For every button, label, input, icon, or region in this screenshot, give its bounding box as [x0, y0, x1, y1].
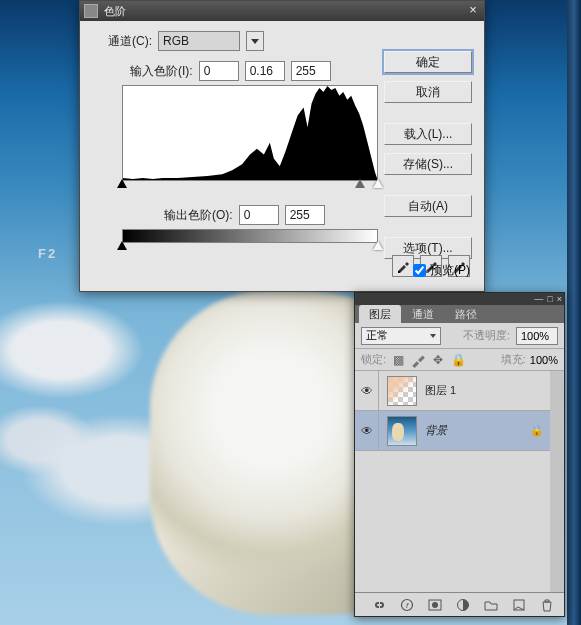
adjustment-layer-icon[interactable] — [456, 598, 470, 612]
panel-tabs: 图层 通道 路径 — [355, 305, 564, 323]
input-slider-track[interactable] — [122, 181, 378, 191]
visibility-eye-icon[interactable]: 👁 — [355, 371, 379, 410]
channel-select[interactable] — [158, 31, 264, 51]
layer-thumbnail[interactable] — [387, 376, 417, 406]
tab-layers[interactable]: 图层 — [359, 305, 401, 323]
close-icon[interactable]: × — [466, 4, 480, 18]
canvas-right-edge — [567, 0, 581, 625]
lock-icon: 🔒 — [530, 424, 544, 437]
input-gamma-handle[interactable] — [355, 179, 365, 188]
fill-label: 填充: — [501, 352, 526, 367]
preview-checkbox[interactable] — [413, 264, 426, 277]
lock-brush-icon[interactable] — [410, 352, 426, 368]
layers-panel: — □ × 图层 通道 路径 正常 不透明度: 100% 锁定: ▩ ✥ 🔒 填… — [354, 292, 565, 617]
preview-row: 预览(P) — [413, 262, 470, 279]
opacity-label: 不透明度: — [463, 328, 510, 343]
svg-point-6 — [432, 602, 438, 608]
dialog-icon — [84, 4, 98, 18]
auto-button[interactable]: 自动(A) — [384, 195, 472, 217]
output-levels-label: 输出色阶(O): — [164, 207, 233, 224]
layer-style-icon[interactable]: f — [400, 598, 414, 612]
output-slider-track[interactable] — [122, 243, 378, 255]
layers-list: 👁 图层 1 👁 背景 🔒 — [355, 371, 564, 592]
layer-row[interactable]: 👁 图层 1 — [355, 371, 550, 411]
channel-value[interactable] — [158, 31, 240, 51]
tab-paths[interactable]: 路径 — [445, 305, 487, 323]
panel-options-row: 正常 不透明度: 100% — [355, 323, 564, 349]
dialog-title: 色阶 — [104, 4, 126, 19]
eyedropper-black-icon[interactable] — [392, 255, 414, 277]
channel-label: 通道(C): — [108, 33, 152, 50]
chevron-down-icon[interactable] — [246, 31, 264, 51]
fill-field[interactable]: 100% — [530, 354, 558, 366]
panel-lock-row: 锁定: ▩ ✥ 🔒 填充: 100% — [355, 349, 564, 371]
layer-name[interactable]: 背景 — [425, 423, 447, 438]
save-button[interactable]: 存储(S)... — [384, 153, 472, 175]
tab-channels[interactable]: 通道 — [402, 305, 444, 323]
dialog-button-column: 确定 取消 载入(L)... 存储(S)... 自动(A) 选项(T)... — [384, 51, 472, 259]
lock-move-icon[interactable]: ✥ — [430, 352, 446, 368]
output-gradient — [122, 229, 378, 243]
histogram — [122, 85, 378, 181]
output-black-field[interactable] — [239, 205, 279, 225]
panel-minimize-icon[interactable]: — — [534, 294, 543, 304]
input-black-handle[interactable] — [117, 179, 127, 188]
input-white-field[interactable] — [291, 61, 331, 81]
load-button[interactable]: 载入(L)... — [384, 123, 472, 145]
panel-footer: f — [355, 592, 564, 616]
layer-mask-icon[interactable] — [428, 598, 442, 612]
opacity-value: 100% — [521, 330, 549, 342]
lock-label: 锁定: — [361, 352, 386, 367]
layer-group-icon[interactable] — [484, 598, 498, 612]
input-gamma-field[interactable] — [245, 61, 285, 81]
delete-layer-icon[interactable] — [540, 598, 554, 612]
layer-thumbnail[interactable] — [387, 416, 417, 446]
svg-point-0 — [398, 271, 400, 273]
opacity-field[interactable]: 100% — [516, 327, 558, 345]
new-layer-icon[interactable] — [512, 598, 526, 612]
layer-row[interactable]: 👁 背景 🔒 — [355, 411, 550, 451]
panel-maximize-icon[interactable]: □ — [547, 294, 552, 304]
link-layers-icon[interactable] — [372, 598, 386, 612]
panel-window-bar[interactable]: — □ × — [355, 293, 564, 305]
layer-name[interactable]: 图层 1 — [425, 383, 456, 398]
output-black-handle[interactable] — [117, 241, 127, 250]
input-white-handle[interactable] — [373, 179, 383, 188]
panel-close-icon[interactable]: × — [557, 294, 562, 304]
input-black-field[interactable] — [199, 61, 239, 81]
canvas-logo-text: F2 — [38, 246, 57, 261]
levels-dialog: 色阶 × 通道(C): 输入色阶(I): 输出色阶( — [79, 0, 485, 292]
ok-button[interactable]: 确定 — [384, 51, 472, 73]
blend-mode-value: 正常 — [366, 328, 388, 343]
blend-mode-select[interactable]: 正常 — [361, 327, 441, 345]
output-white-field[interactable] — [285, 205, 325, 225]
input-levels-label: 输入色阶(I): — [130, 63, 193, 80]
lock-all-icon[interactable]: 🔒 — [450, 352, 466, 368]
lock-transparency-icon[interactable]: ▩ — [390, 352, 406, 368]
dialog-titlebar[interactable]: 色阶 × — [80, 1, 484, 21]
preview-label[interactable]: 预览(P) — [430, 262, 470, 279]
fill-value: 100% — [530, 354, 558, 366]
cancel-button[interactable]: 取消 — [384, 81, 472, 103]
output-white-handle[interactable] — [373, 241, 383, 250]
dialog-body: 通道(C): 输入色阶(I): 输出色阶(O): — [80, 21, 484, 293]
visibility-eye-icon[interactable]: 👁 — [355, 411, 379, 450]
svg-text:f: f — [406, 601, 409, 610]
